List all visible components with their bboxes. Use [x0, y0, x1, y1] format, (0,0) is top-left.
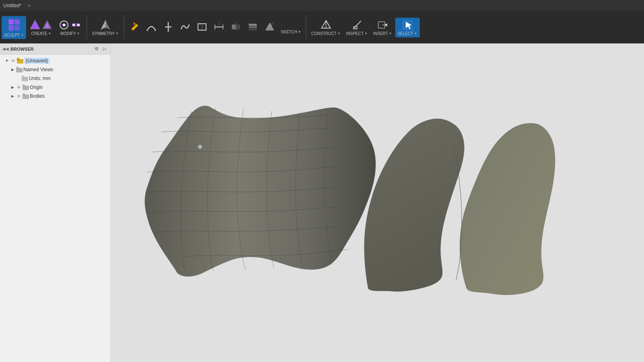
- symmetry-icon: [100, 19, 111, 31]
- svg-rect-50: [16, 68, 23, 72]
- main-area: ◀◀ BROWSER ⚙ ▷ ▼ 👁 (Unsave: [0, 43, 644, 362]
- sculpt-label: SCULPT ▼: [4, 33, 24, 37]
- tree-label-named-views: Named Views: [23, 67, 53, 72]
- svg-rect-49: [17, 58, 19, 60]
- title-bar: Untitled* ×: [0, 0, 644, 11]
- construct-icon: [320, 19, 332, 31]
- svg-rect-28: [236, 25, 240, 29]
- tree-item-bodies[interactable]: ▶ 👁 Bodies: [0, 92, 110, 101]
- dimension-icon: [213, 21, 225, 33]
- expand-origin[interactable]: ▶: [10, 84, 15, 90]
- browser-expand-btn[interactable]: ▷: [101, 46, 108, 52]
- browser-header: ◀◀ BROWSER ⚙ ▷: [0, 43, 110, 55]
- tree-label-origin: Origin: [30, 84, 43, 90]
- select-icon: [402, 19, 413, 31]
- toolbar-layers[interactable]: [245, 20, 261, 35]
- svg-marker-42: [384, 23, 387, 27]
- tree-item-origin[interactable]: ▶ 👁 Origin: [0, 83, 110, 92]
- sculpt-icon: [7, 18, 21, 32]
- toolbar-sketch-pencil[interactable]: [126, 20, 142, 35]
- tree-label-unsaved: (Unsaved): [24, 58, 50, 64]
- project-icon: [264, 21, 275, 33]
- browser-collapse-btn[interactable]: ◀◀: [2, 47, 9, 51]
- create-icon2: [41, 19, 53, 31]
- construct-label: CONSTRUCT ▼: [311, 31, 341, 36]
- modify-icon2: [70, 19, 82, 31]
- eye-unsaved[interactable]: 👁: [10, 58, 16, 64]
- svg-rect-54: [23, 86, 29, 90]
- svg-rect-2: [8, 25, 14, 31]
- svg-point-17: [147, 29, 148, 31]
- insert-icon: [377, 19, 388, 31]
- toolbar-create[interactable]: CREATE ▼: [27, 18, 55, 37]
- folder-origin: [23, 84, 29, 90]
- tree-label-units: Units: mm: [29, 76, 51, 81]
- toolbar-dimension[interactable]: [211, 20, 227, 35]
- browser-settings-btn[interactable]: ⚙: [93, 46, 100, 52]
- sketch-pencil-icon: [129, 21, 140, 33]
- browser-panel: ◀◀ BROWSER ⚙ ▷ ▼ 👁 (Unsave: [0, 43, 111, 362]
- inspect-label: INSPECT ▼: [346, 31, 367, 36]
- sep3: [306, 15, 306, 39]
- sep2: [124, 15, 124, 39]
- svg-rect-31: [249, 26, 257, 28]
- line-icon: [163, 21, 174, 33]
- symmetry-label: SYMMETRY ▼: [92, 31, 118, 36]
- expand-unsaved[interactable]: ▼: [4, 58, 10, 64]
- expand-named-views[interactable]: ▶: [10, 67, 15, 72]
- svg-rect-56: [23, 95, 29, 99]
- eye-bodies[interactable]: 👁: [16, 93, 22, 99]
- svg-point-10: [72, 24, 75, 26]
- create-label: CREATE ▼: [31, 31, 52, 36]
- modify-label: MODIFY ▼: [60, 31, 80, 36]
- mirror-sketch-icon: [230, 21, 242, 33]
- svg-rect-0: [8, 19, 14, 25]
- toolbar-sculpt[interactable]: SCULPT ▼: [2, 16, 26, 39]
- svg-rect-53: [22, 76, 24, 77]
- svg-rect-55: [23, 84, 25, 86]
- toolbar-project[interactable]: [262, 20, 278, 35]
- svg-marker-16: [133, 22, 136, 25]
- toolbar-mirror-sketch[interactable]: [228, 20, 244, 35]
- svg-rect-30: [249, 24, 257, 26]
- svg-point-8: [63, 24, 65, 26]
- modify-icon: [58, 19, 70, 31]
- toolbar-arc[interactable]: [143, 20, 159, 35]
- toolbar-rect[interactable]: [194, 20, 210, 35]
- svg-rect-15: [131, 24, 138, 31]
- folder-bodies: [23, 93, 29, 99]
- toolbar-select[interactable]: SELECT ▼: [395, 18, 420, 37]
- spline-icon: [180, 21, 191, 33]
- arc-icon: [146, 21, 157, 33]
- toolbar-insert[interactable]: INSERT ▼: [371, 18, 394, 37]
- svg-marker-4: [30, 20, 40, 29]
- tree-item-units[interactable]: ▶ Units: mm: [0, 74, 110, 83]
- app-title: Untitled*: [3, 3, 21, 8]
- folder-units: [22, 76, 28, 81]
- tree-item-named-views[interactable]: ▶ Named Views: [0, 65, 110, 74]
- svg-point-11: [77, 24, 80, 26]
- toolbar: SCULPT ▼ CREATE ▼: [0, 11, 644, 43]
- inspect-icon: mm: [351, 19, 363, 31]
- folder-named-views: [16, 67, 23, 72]
- toolbar-sketch-group[interactable]: SKETCH ▼: [279, 19, 303, 36]
- tree-item-unsaved[interactable]: ▼ 👁 (Unsaved): [0, 56, 110, 65]
- eye-origin[interactable]: 👁: [16, 84, 22, 90]
- sketch-label: SKETCH ▼: [281, 30, 301, 34]
- toolbar-inspect[interactable]: mm INSPECT ▼: [344, 18, 370, 37]
- toolbar-spline[interactable]: [177, 20, 193, 35]
- svg-marker-13: [105, 20, 110, 30]
- viewport[interactable]: [111, 43, 644, 362]
- browser-title: BROWSER: [10, 47, 92, 51]
- expand-bodies[interactable]: ▶: [10, 93, 15, 99]
- toolbar-construct[interactable]: CONSTRUCT ▼: [309, 18, 343, 37]
- toolbar-modify[interactable]: MODIFY ▼: [56, 18, 84, 37]
- svg-rect-32: [249, 29, 257, 31]
- sep1: [87, 15, 87, 39]
- insert-label: INSERT ▼: [373, 31, 392, 36]
- toolbar-line[interactable]: [160, 20, 176, 35]
- toolbar-symmetry[interactable]: SYMMETRY ▼: [89, 18, 121, 37]
- rect-icon: [196, 21, 208, 33]
- close-button[interactable]: ×: [28, 3, 30, 8]
- svg-rect-52: [22, 77, 28, 81]
